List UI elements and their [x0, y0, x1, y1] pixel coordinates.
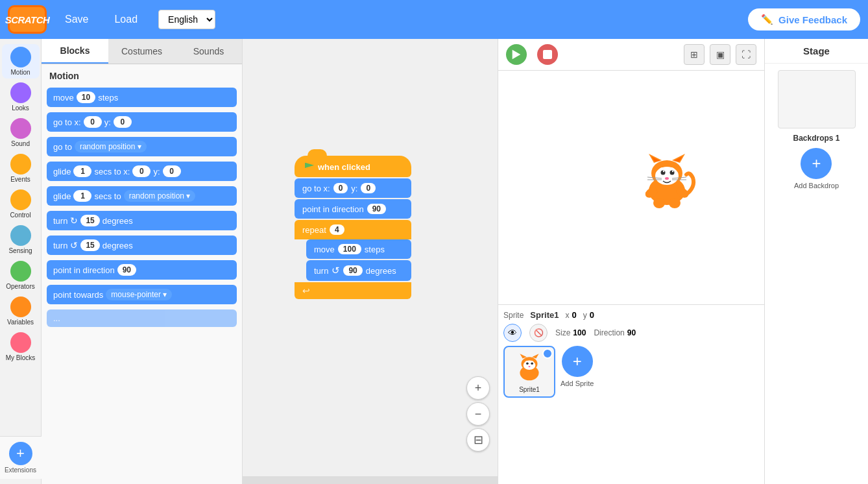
block-turn-cw[interactable]: turn ↻ 15 degrees — [47, 211, 237, 230]
goto-dropdown[interactable]: random position ▾ — [75, 141, 147, 152]
sensing-icon — [10, 225, 31, 246]
backdrops-count: Backdrops 1 — [793, 134, 839, 143]
block-goto-xy[interactable]: go to x: 0 y: 0 — [47, 112, 237, 132]
hat-block[interactable]: when clicked — [295, 156, 411, 177]
sensing-label: Sensing — [8, 247, 32, 254]
towards-dropdown[interactable]: mouse-pointer ▾ — [106, 289, 172, 300]
variables-icon — [10, 296, 31, 317]
green-flag-button[interactable] — [506, 44, 527, 65]
sidebar-item-variables[interactable]: Variables — [2, 294, 40, 328]
canvas-block-goto[interactable]: go to x: 0 y: 0 — [295, 178, 411, 198]
load-button[interactable]: Load — [106, 10, 145, 29]
scratch-logo[interactable]: SCRATCH — [8, 5, 47, 34]
myblocks-icon — [10, 332, 31, 353]
add-backdrop-icon: + — [801, 148, 832, 179]
size-group: Size 100 — [555, 328, 586, 337]
canvas-block-repeat[interactable]: repeat 4 move 100 steps turn ↺ — [295, 220, 411, 299]
sidebar-item-events[interactable]: Events — [2, 151, 40, 186]
extensions-icon: + — [9, 442, 32, 465]
canvas-block-move[interactable]: move 100 steps — [306, 239, 411, 259]
script-stack: when clicked go to x: 0 y: 0 point in di… — [295, 156, 411, 300]
stage-thumbnail[interactable] — [778, 70, 856, 128]
tab-costumes[interactable]: Costumes — [108, 39, 175, 64]
block-turn-ccw[interactable]: turn ↺ 15 degrees — [47, 236, 237, 255]
extensions-button[interactable]: + Extensions — [0, 436, 42, 479]
svg-point-32 — [528, 365, 530, 367]
add-backdrop-button[interactable]: + Add Backdrop — [794, 148, 839, 189]
svg-point-22 — [669, 198, 681, 208]
sound-label: Sound — [11, 140, 30, 147]
block-point-direction[interactable]: point in direction 90 — [47, 260, 237, 280]
svg-point-27 — [524, 360, 536, 370]
stage-toolbar: ⊞ ▣ ⛶ — [498, 39, 764, 71]
operators-label: Operators — [6, 283, 34, 290]
svg-point-14 — [665, 177, 669, 180]
direction-value[interactable]: 90 — [627, 328, 636, 337]
sprite1-thumbnail[interactable]: Sprite1 — [503, 346, 555, 398]
stage-side-panel: Stage Backdrops 1 + Add Backdrop — [764, 39, 868, 484]
blocks-content: Motion move 10 steps go to x: 0 y: 0 go … — [42, 64, 242, 484]
motion-label: Motion — [10, 69, 30, 76]
svg-marker-26 — [532, 354, 538, 358]
extensions-label: Extensions — [5, 466, 36, 474]
scratch-cat-sprite — [634, 149, 699, 213]
zoom-in-button[interactable]: + — [466, 376, 490, 400]
feedback-button[interactable]: ✏️ Give Feedback — [748, 8, 860, 30]
canvas-block-turn[interactable]: turn ↺ 90 degrees — [306, 260, 411, 281]
script-area[interactable]: when clicked go to x: 0 y: 0 point in di… — [243, 39, 498, 484]
zoom-controls: + − ⊟ — [466, 376, 490, 452]
sprite-name[interactable]: Sprite1 — [530, 310, 559, 320]
variables-label: Variables — [7, 319, 34, 326]
flag-icon — [305, 163, 314, 172]
save-button[interactable]: Save — [57, 10, 96, 29]
add-sprite-button[interactable]: + Add Sprite — [561, 346, 594, 387]
block-point-towards[interactable]: point towards mouse-pointer ▾ — [47, 285, 237, 304]
size-value[interactable]: 100 — [573, 328, 586, 337]
block-glide-random[interactable]: glide 1 secs to random position ▾ — [47, 186, 237, 206]
canvas-block-direction[interactable]: point in direction 90 — [295, 199, 411, 219]
sidebar-item-sound[interactable]: Sound — [2, 115, 40, 150]
blocks-category-header: Motion — [47, 71, 237, 81]
hide-sprite-button[interactable]: 🚫 — [529, 324, 548, 342]
block-glide-xy[interactable]: glide 1 secs to x: 0 y: 0 — [47, 162, 237, 181]
language-select[interactable]: English — [158, 10, 215, 29]
sprite-info-row: Sprite Sprite1 x 0 y 0 — [503, 310, 759, 320]
control-icon — [10, 189, 31, 210]
zoom-fit-button[interactable]: ⊟ — [466, 428, 490, 452]
zoom-out-button[interactable]: − — [466, 402, 490, 426]
small-stage-button[interactable]: ⊞ — [684, 44, 705, 65]
fullscreen-button[interactable]: ⛶ — [736, 44, 756, 65]
sidebar-item-myblocks[interactable]: My Blocks — [2, 330, 40, 364]
sidebar-item-sensing[interactable]: Sensing — [2, 223, 40, 257]
svg-marker-25 — [520, 354, 526, 358]
glide-dropdown[interactable]: random position ▾ — [124, 190, 196, 202]
normal-stage-button[interactable]: ▣ — [710, 44, 730, 65]
pencil-icon: ✏️ — [761, 14, 773, 25]
horizontal-scrollbar[interactable] — [243, 476, 498, 484]
sprite-thumb-image — [512, 351, 546, 385]
stop-button[interactable] — [537, 44, 558, 65]
x-value[interactable]: 0 — [572, 310, 576, 320]
tab-blocks[interactable]: Blocks — [42, 39, 108, 64]
stage-thumb-area: Backdrops 1 + Add Backdrop — [765, 64, 868, 484]
sidebar-item-operators[interactable]: Operators — [2, 258, 40, 293]
direction-group: Direction 90 — [594, 328, 636, 337]
svg-point-30 — [526, 362, 529, 365]
tab-sounds[interactable]: Sounds — [175, 39, 242, 64]
sidebar-item-motion[interactable]: Motion — [2, 44, 40, 79]
block-more[interactable]: ... — [47, 309, 237, 327]
y-value[interactable]: 0 — [590, 310, 594, 320]
sidebar-item-control[interactable]: Control — [2, 187, 40, 221]
control-label: Control — [10, 212, 30, 219]
block-goto-random[interactable]: go to random position ▾ — [47, 137, 237, 156]
svg-marker-0 — [512, 50, 521, 59]
header: SCRATCH Save Load English ✏️ Give Feedba… — [0, 0, 868, 39]
block-move-steps[interactable]: move 10 steps — [47, 88, 237, 107]
sprite-selected-badge — [542, 348, 553, 359]
add-backdrop-label: Add Backdrop — [794, 182, 839, 189]
motion-icon — [10, 47, 31, 67]
show-sprite-button[interactable]: 👁 — [503, 324, 522, 342]
sidebar-item-looks[interactable]: Looks — [2, 80, 40, 114]
direction-label: Direction — [594, 328, 624, 337]
repeat-cap: ↩ — [295, 282, 411, 299]
